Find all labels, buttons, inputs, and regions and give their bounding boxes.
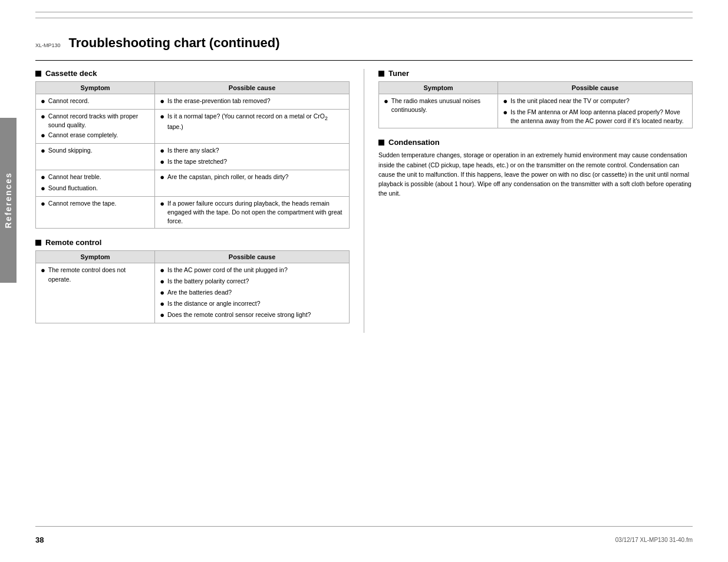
condensation-title: Condensation bbox=[388, 138, 440, 147]
cassette-cause-1: ● Is the erase-prevention tab removed? bbox=[155, 94, 350, 110]
bullet-item: ● Cannot erase completely. bbox=[41, 131, 150, 141]
border-top-outer bbox=[35, 12, 693, 12]
bullet-item: ● Is the distance or angle incorrect? bbox=[160, 299, 344, 309]
page-footer: 38 03/12/17 XL-MP130 31-40.fm bbox=[35, 535, 693, 544]
tuner-symptom-header: Symptom bbox=[379, 82, 498, 94]
bullet-item: ● Is the battery polarity correct? bbox=[160, 277, 344, 287]
tuner-cause-1: ● Is the unit placed near the TV or comp… bbox=[498, 94, 693, 128]
page-container: References XL-MP130 Troubleshooting char… bbox=[0, 0, 728, 562]
cassette-cause-3: ● Is there any slack? ● Is the tape stre… bbox=[155, 144, 350, 170]
cassette-cause-2: ● Is it a normal tape? (You cannot recor… bbox=[155, 109, 350, 143]
table-row: ● Cannot remove the tape. ● If a power f… bbox=[36, 196, 350, 229]
bullet-item: ● Is the erase-prevention tab removed? bbox=[160, 97, 344, 107]
border-bottom-outer bbox=[35, 526, 693, 527]
cassette-symptom-4: ● Cannot hear treble. ● Sound fluctuatio… bbox=[36, 170, 155, 197]
bullet-item: ● Are the batteries dead? bbox=[160, 288, 344, 298]
remote-control-title: Remote control bbox=[45, 238, 101, 247]
bullet-item: ● Is it a normal tape? (You cannot recor… bbox=[160, 112, 344, 131]
remote-control-table: Symptom Possible cause ● The remote cont… bbox=[35, 250, 350, 323]
condensation-icon bbox=[378, 140, 384, 146]
remote-control-icon bbox=[35, 240, 41, 246]
cassette-symptom-3: ● Sound skipping. bbox=[36, 144, 155, 170]
tuner-table: Symptom Possible cause ● The radio makes… bbox=[378, 81, 693, 128]
model-label: XL-MP130 bbox=[35, 42, 61, 48]
cassette-deck-header: Cassette deck bbox=[35, 69, 350, 78]
bullet-item: ● Cannot remove the tape. bbox=[41, 199, 150, 209]
condensation-section: Condensation Sudden temperature changes,… bbox=[378, 138, 693, 198]
left-column: Cassette deck Symptom Possible cause ● bbox=[35, 69, 350, 333]
tuner-icon bbox=[378, 71, 384, 77]
bullet-item: ● Are the capstan, pinch roller, or head… bbox=[160, 173, 344, 183]
cassette-cause-5: ● If a power failure occurs during playb… bbox=[155, 196, 350, 229]
two-col-layout: Cassette deck Symptom Possible cause ● bbox=[35, 69, 693, 333]
side-tab-label: References bbox=[4, 172, 13, 229]
table-row: ● The remote control does not operate. ●… bbox=[36, 263, 350, 323]
bullet-item: ● The remote control does not operate. bbox=[41, 266, 150, 283]
page-header: XL-MP130 Troubleshooting chart (continue… bbox=[35, 24, 693, 51]
bullet-item: ● Does the remote control sensor receive… bbox=[160, 310, 344, 320]
cassette-symptom-1: ● Cannot record. bbox=[36, 94, 155, 110]
page-title: Troubleshooting chart (continued) bbox=[69, 35, 280, 51]
table-row: ● Cannot record. ● Is the erase-preventi… bbox=[36, 94, 350, 110]
bullet-item: ● Cannot record tracks with proper sound… bbox=[41, 112, 150, 130]
bullet-item: ● Cannot hear treble. bbox=[41, 173, 150, 183]
table-row: ● Cannot hear treble. ● Sound fluctuatio… bbox=[36, 170, 350, 197]
condensation-text: Sudden temperature changes, storage or o… bbox=[378, 150, 693, 198]
remote-cause-header: Possible cause bbox=[155, 251, 350, 263]
tuner-symptom-1: ● The radio makes unusual noises continu… bbox=[379, 94, 498, 128]
bullet-item: ● Is the unit placed near the TV or comp… bbox=[503, 97, 687, 107]
table-row: ● Sound skipping. ● Is there any slack? … bbox=[36, 144, 350, 170]
remote-cause-1: ● Is the AC power cord of the unit plugg… bbox=[155, 263, 350, 323]
bullet-item: ● Is there any slack? bbox=[160, 146, 344, 156]
title-underline bbox=[35, 60, 693, 61]
cassette-deck-icon bbox=[35, 71, 41, 77]
condensation-header: Condensation bbox=[378, 138, 693, 147]
table-row: ● The radio makes unusual noises continu… bbox=[379, 94, 693, 128]
page-number: 38 bbox=[35, 535, 44, 544]
bullet-item: ● Sound fluctuation. bbox=[41, 184, 150, 194]
bullet-item: ● Is the tape stretched? bbox=[160, 157, 344, 167]
cassette-symptom-2: ● Cannot record tracks with proper sound… bbox=[36, 109, 155, 143]
bullet-item: ● Sound skipping. bbox=[41, 146, 150, 156]
cassette-cause-header: Possible cause bbox=[155, 82, 350, 94]
bullet-item: ● Cannot record. bbox=[41, 97, 150, 107]
remote-symptom-1: ● The remote control does not operate. bbox=[36, 263, 155, 323]
remote-symptom-header: Symptom bbox=[36, 251, 155, 263]
remote-control-header: Remote control bbox=[35, 238, 350, 247]
tuner-cause-header: Possible cause bbox=[498, 82, 693, 94]
bullet-item: ● The radio makes unusual noises continu… bbox=[384, 97, 493, 114]
bullet-item: ● Is the FM antenna or AM loop antenna p… bbox=[503, 108, 687, 125]
side-tab: References bbox=[0, 118, 17, 283]
cassette-cause-4: ● Are the capstan, pinch roller, or head… bbox=[155, 170, 350, 197]
footer-file: 03/12/17 XL-MP130 31-40.fm bbox=[615, 537, 693, 543]
cassette-symptom-5: ● Cannot remove the tape. bbox=[36, 196, 155, 229]
bullet-item: ● If a power failure occurs during playb… bbox=[160, 199, 344, 226]
tuner-header: Tuner bbox=[378, 69, 693, 78]
bullet-item: ● Is the AC power cord of the unit plugg… bbox=[160, 266, 344, 276]
column-divider bbox=[364, 69, 364, 333]
right-column: Tuner Symptom Possible cause ● The radio bbox=[378, 69, 693, 333]
border-top-inner bbox=[35, 18, 693, 18]
tuner-title: Tuner bbox=[388, 69, 409, 78]
table-row: ● Cannot record tracks with proper sound… bbox=[36, 109, 350, 143]
cassette-deck-title: Cassette deck bbox=[45, 69, 97, 78]
cassette-symptom-header: Symptom bbox=[36, 82, 155, 94]
cassette-deck-table: Symptom Possible cause ● Cannot record. bbox=[35, 81, 350, 229]
